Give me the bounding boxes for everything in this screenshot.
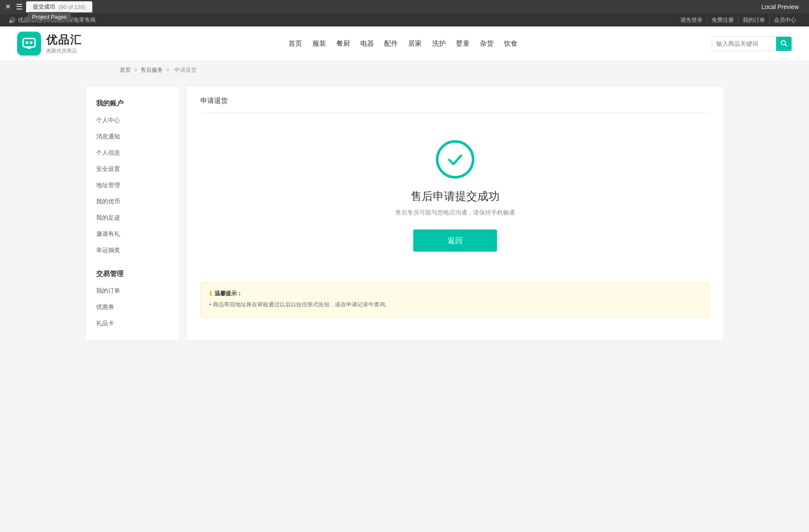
success-area: 售后申请提交成功 售后专员可能与您电话沟通，请保持手机畅通 返回 <box>200 123 709 269</box>
breadcrumb-sep2: > <box>166 67 171 73</box>
sidebar-account-title: 我的账户 <box>86 95 179 112</box>
content-page-title: 申请退货 <box>200 97 709 113</box>
sidebar-trade-title: 交易管理 <box>86 265 179 283</box>
nav-misc[interactable]: 杂货 <box>480 38 494 50</box>
warning-box: ℹ 温馨提示： • 商品寄回地址将在审核通过以后以短信形式告知，或在申请记录中查… <box>200 282 709 317</box>
sidebar: 我的账户 个人中心 消息通知 个人信息 安全设置 地址管理 我的优币 我的足迹 … <box>85 86 179 341</box>
back-button[interactable]: 返回 <box>413 229 497 252</box>
success-desc: 售后专员可能与您电话沟通，请保持手机畅通 <box>395 209 515 217</box>
sidebar-item-invite[interactable]: 邀请有礼 <box>86 226 179 242</box>
breadcrumb-current: 申请退货 <box>174 67 197 73</box>
checkmark-icon <box>444 148 466 170</box>
topbar-login-link[interactable]: 请先登录 <box>676 16 707 24</box>
search-button[interactable] <box>776 37 791 51</box>
search-box <box>712 36 792 51</box>
browser-tab-count: (90 of 128) <box>59 4 85 10</box>
warning-title: ℹ 温馨提示： <box>209 290 700 297</box>
success-icon-circle <box>436 140 474 179</box>
svg-point-2 <box>30 41 32 44</box>
info-icon: ℹ <box>209 290 212 297</box>
sidebar-item-security[interactable]: 安全设置 <box>86 161 179 177</box>
topbar-member-link[interactable]: 会员中心 <box>770 16 800 24</box>
nav-home-goods[interactable]: 居家 <box>408 38 422 50</box>
main-content: 我的账户 个人中心 消息通知 个人信息 安全设置 地址管理 我的优币 我的足迹 … <box>0 79 809 347</box>
project-pages-tooltip: Project Pages <box>28 12 71 22</box>
content-panel: 申请退货 售后申请提交成功 售后专员可能与您电话沟通，请保持手机畅通 返回 ℹ … <box>186 86 724 341</box>
nav-electronics[interactable]: 电器 <box>360 38 374 50</box>
sidebar-item-lottery[interactable]: 幸运抽奖 <box>86 242 179 259</box>
header: 优品汇 惠聚优质商品 首页 服装 餐厨 电器 配件 居家 洗护 婴童 杂货 饮食 <box>0 26 809 61</box>
sidebar-item-footprint[interactable]: 我的足迹 <box>86 210 179 226</box>
topbar-orders-link[interactable]: 我的订单 <box>738 16 770 24</box>
browser-tab[interactable]: 提交成功 (90 of 128) <box>26 1 92 12</box>
sidebar-item-coupons[interactable]: 优惠券 <box>86 299 179 315</box>
main-nav: 首页 服装 餐厨 电器 配件 居家 洗护 婴童 杂货 饮食 <box>111 38 694 50</box>
warning-item-1: • 商品寄回地址将在审核通过以后以短信形式告知，或在申请记录中查询。 <box>209 301 700 309</box>
logo-svg <box>21 36 37 51</box>
sidebar-item-personal-center[interactable]: 个人中心 <box>86 112 179 129</box>
sidebar-item-profile[interactable]: 个人信息 <box>86 145 179 161</box>
sidebar-divider <box>86 259 179 265</box>
logo-area: 优品汇 惠聚优质商品 <box>17 32 94 56</box>
logo-text: 优品汇 惠聚优质商品 <box>46 32 82 55</box>
preview-label: Local Preview <box>755 3 806 10</box>
breadcrumb: 首页 > 售后服务 > 申请退货 <box>0 61 809 79</box>
top-bar: 🔊 优品汇成为中国最大家电零售商 请先登录 免费注册 我的订单 会员中心 <box>0 14 809 26</box>
browser-menu-icon[interactable]: ☰ <box>16 2 23 12</box>
svg-point-1 <box>26 41 28 44</box>
topbar-register-link[interactable]: 免费注册 <box>707 16 738 24</box>
breadcrumb-aftersale[interactable]: 售后服务 <box>141 67 163 73</box>
sidebar-item-giftcard[interactable]: 礼品卡 <box>86 315 179 332</box>
svg-line-4 <box>785 44 787 46</box>
nav-clothes[interactable]: 服装 <box>312 38 326 50</box>
logo-slogan: 惠聚优质商品 <box>46 47 82 55</box>
search-input[interactable] <box>712 38 776 50</box>
browser-tab-title: 提交成功 <box>33 3 55 11</box>
search-icon <box>780 40 787 47</box>
announcement-icon: 🔊 <box>9 17 15 24</box>
top-bar-links: 请先登录 免费注册 我的订单 会员中心 <box>676 16 800 24</box>
sidebar-item-coins[interactable]: 我的优币 <box>86 194 179 210</box>
success-title: 售后申请提交成功 <box>411 189 500 204</box>
sidebar-item-notifications[interactable]: 消息通知 <box>86 129 179 145</box>
logo-icon <box>17 32 41 56</box>
sidebar-item-orders[interactable]: 我的订单 <box>86 283 179 299</box>
nav-laundry[interactable]: 洗护 <box>432 38 446 50</box>
nav-food[interactable]: 饮食 <box>504 38 518 50</box>
nav-baby[interactable]: 婴童 <box>456 38 470 50</box>
breadcrumb-sep1: > <box>134 67 139 73</box>
sidebar-item-address[interactable]: 地址管理 <box>86 177 179 194</box>
breadcrumb-home[interactable]: 首页 <box>120 67 131 73</box>
svg-rect-0 <box>23 38 35 47</box>
browser-close-button[interactable]: ✕ <box>3 3 12 10</box>
nav-kitchen[interactable]: 餐厨 <box>336 38 350 50</box>
logo-name: 优品汇 <box>46 32 82 47</box>
nav-accessories[interactable]: 配件 <box>384 38 398 50</box>
nav-home[interactable]: 首页 <box>288 38 302 50</box>
